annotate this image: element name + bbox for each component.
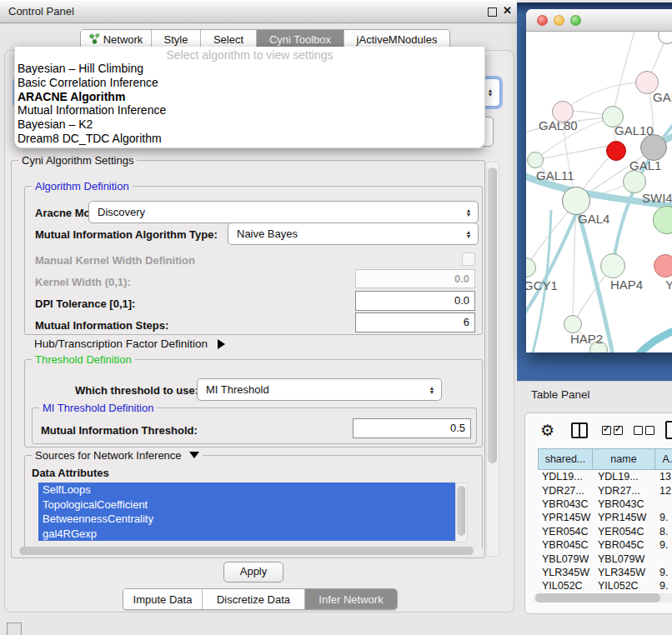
cell-shared-name: YBR043C (538, 498, 592, 510)
network-node[interactable] (606, 141, 626, 161)
algorithm-list-item[interactable]: Bayesian – K2 (15, 118, 484, 132)
mi-threshold-field[interactable]: 0.5 (353, 418, 471, 438)
attribute-item[interactable]: BetweennessCentrality (38, 512, 455, 527)
cyni-algorithm-settings-group: Cyni Algorithm Settings Algorithm Defini… (11, 160, 485, 558)
tab-infer-network[interactable]: Infer Network (305, 589, 397, 609)
zoom-traffic-light[interactable] (570, 15, 581, 26)
table-row[interactable]: YLR345W YLR345W 9. (538, 566, 672, 579)
cell-shared-name: YDL19... (538, 471, 592, 482)
network-node[interactable] (600, 253, 625, 278)
minimize-traffic-light[interactable] (554, 15, 564, 26)
cell-value: 12 (654, 485, 672, 497)
manual-kernel-label: Manual Kernel Width Definition (35, 254, 195, 267)
table-row[interactable]: YDR27... YDR27... 12 (538, 483, 672, 497)
mi-threshold-definition-group: MI Threshold Definition Mutual Informati… (32, 408, 477, 444)
which-threshold-combo[interactable]: MI Threshold (197, 378, 442, 401)
deselect-all-icon[interactable] (634, 426, 657, 441)
tab-label: Select (213, 33, 243, 46)
node-label: GAL (653, 90, 672, 104)
expand-arrow-icon (218, 339, 225, 349)
float-window-icon[interactable] (488, 8, 497, 17)
close-traffic-light[interactable] (537, 15, 548, 26)
aracne-mode-combo[interactable]: Discovery (88, 201, 479, 223)
dpi-tolerance-label: DPI Tolerance [0,1]: (35, 298, 135, 310)
document-icon[interactable] (665, 421, 672, 439)
attribute-item[interactable]: SelfLoops (38, 482, 455, 498)
sources-legend-label: Sources for Network Inference (35, 449, 182, 462)
tab-label: Impute Data (133, 593, 193, 606)
minimized-panel-button[interactable] (7, 622, 22, 635)
group-legend: Threshold Definition (32, 353, 135, 366)
network-node[interactable] (564, 315, 582, 333)
algorithm-list-item[interactable]: Mutual Information Inference (15, 103, 484, 118)
algorithm-list-item[interactable]: ARACNE Algorithm (15, 90, 484, 104)
settings-hscrollbar[interactable] (16, 547, 483, 555)
table-row[interactable]: YBL079W YBL079W (538, 552, 672, 565)
network-node[interactable] (640, 134, 667, 161)
threshold-definition-group: Threshold Definition Which threshold to … (24, 359, 483, 448)
column-header-shared[interactable]: shared... (539, 449, 593, 469)
table-card: shared... name A... YDL19... YDL19... 13… (524, 412, 672, 614)
apply-button[interactable]: Apply (223, 562, 283, 582)
select-all-icon[interactable] (602, 426, 625, 441)
tab-label: Infer Network (318, 593, 383, 606)
network-canvas[interactable]: GAL GAL80 GAL10 GAL1 GAL11 SWI4 GAL4 GCY… (526, 32, 672, 352)
table-hscrollbar[interactable] (534, 593, 672, 602)
node-label: GAL1 (629, 158, 661, 172)
data-attributes-list: SelfLoops TopologicalCoefficient Between… (38, 482, 455, 541)
network-window-titlebar[interactable] (526, 9, 672, 32)
algorithm-list-item[interactable]: Bayesian – Hill Climbing (15, 62, 484, 76)
table-row[interactable]: YBR043C YBR043C (538, 498, 672, 511)
network-node[interactable] (527, 152, 544, 168)
algorithm-dropdown-popup: Select algorithm to view settings Bayesi… (14, 47, 485, 148)
mi-type-combo[interactable]: Naive Bayes (228, 222, 479, 245)
network-node[interactable] (654, 254, 672, 278)
manual-kernel-checkbox[interactable] (462, 252, 475, 266)
control-panel-title: Control Panel (8, 5, 74, 18)
cell-shared-name: YIL052C (538, 580, 592, 590)
dpi-tolerance-field[interactable]: 0.0 (355, 291, 475, 311)
network-node[interactable] (562, 187, 590, 215)
hub-definition-toggle[interactable]: Hub/Transcription Factor Definition (34, 338, 225, 350)
algorithm-list: Bayesian – Hill Climbing Basic Correlati… (15, 62, 484, 146)
cell-value: 9. (654, 539, 672, 551)
spinner-arrows-icon (463, 230, 474, 238)
cell-value: 8. (654, 526, 672, 538)
cell-name: YER054C (592, 526, 654, 538)
close-icon[interactable] (503, 4, 512, 17)
mi-steps-label: Mutual Information Steps: (35, 319, 168, 332)
network-node[interactable] (623, 170, 646, 193)
control-panel-titlebar: Control Panel (0, 0, 517, 23)
spinner-arrows-icon (484, 88, 496, 97)
table-row[interactable]: YBR045C YBR045C 9. (538, 538, 672, 552)
attributes-scrollbar[interactable] (455, 482, 468, 542)
node-label: GAL80 (539, 118, 578, 132)
columns-icon[interactable] (571, 422, 588, 438)
table-row[interactable]: YPR145W YPR145W 9. (538, 511, 672, 524)
data-attributes-label: Data Attributes (32, 467, 109, 479)
table-row[interactable]: YER054C YER054C 8. (538, 525, 672, 538)
attribute-item[interactable]: TopologicalCoefficient (38, 498, 455, 512)
column-header-name[interactable]: name (593, 449, 655, 469)
node-label: GAL11 (536, 168, 574, 182)
combo-value: Discovery (89, 206, 463, 218)
node-label: HAP4 (610, 278, 643, 292)
tab-impute-data[interactable]: Impute Data (123, 589, 203, 609)
table-row[interactable]: YDL19... YDL19... 13 (538, 470, 672, 483)
tab-label: jActiveMNodules (357, 33, 438, 46)
tab-label: Discretize Data (217, 593, 290, 606)
algorithm-list-item[interactable]: Basic Correlation Inference (15, 76, 484, 90)
gear-icon[interactable] (540, 422, 554, 438)
cell-shared-name: YER054C (538, 526, 592, 538)
attribute-item[interactable]: gal4RGexp (38, 527, 455, 542)
mi-steps-field[interactable]: 6 (355, 312, 475, 332)
settings-vscrollbar[interactable] (486, 162, 499, 557)
sources-legend[interactable]: Sources for Network Inference (32, 449, 203, 462)
node-label: GCY1 (526, 278, 558, 292)
algorithm-list-item[interactable]: Dream8 DC_TDC Algorithm (15, 132, 484, 146)
table-row[interactable]: YIL052C YIL052C 9. (538, 579, 672, 590)
kernel-width-field[interactable]: 0.0 (355, 269, 475, 288)
cell-name: YBL079W (592, 553, 654, 565)
tab-discretize-data[interactable]: Discretize Data (203, 589, 305, 609)
column-header-cut[interactable]: A... (655, 449, 672, 469)
